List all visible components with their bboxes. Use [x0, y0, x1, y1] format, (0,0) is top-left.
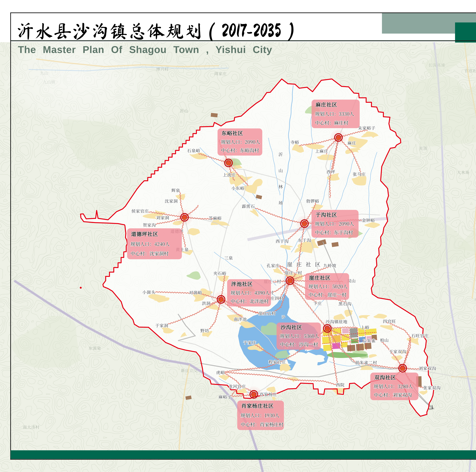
svg-text:The Master Plan Of Shagou Town: The Master Plan Of Shagou Town , Yishui …	[18, 44, 272, 55]
